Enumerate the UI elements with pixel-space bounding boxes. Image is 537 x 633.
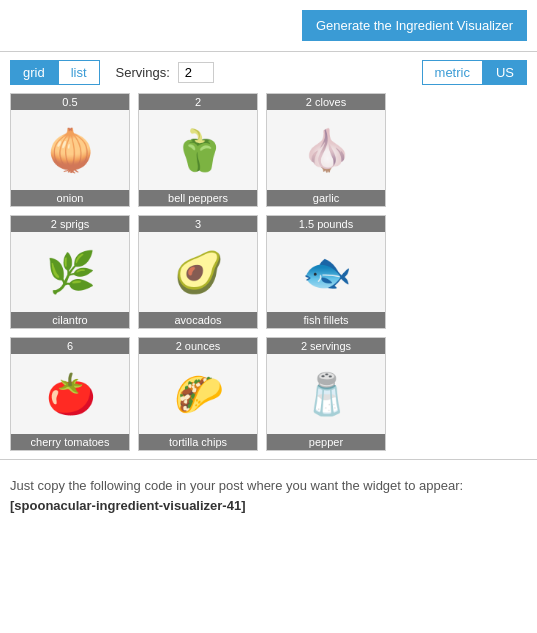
main-content: grid list Servings: metric US 0.5🧅onion2… [0,52,537,460]
ingredient-name: garlic [267,190,385,206]
ingredient-name: fish fillets [267,312,385,328]
ingredient-card: 2 cloves🧄garlic [266,93,386,207]
ingredient-image: 🧂 [267,354,386,434]
ingredient-image: 🐟 [267,232,386,312]
servings-label: Servings: [116,65,170,80]
ingredient-amount: 2 [139,94,257,110]
ingredient-card: 2 sprigs🌿cilantro [10,215,130,329]
ingredient-name: avocados [139,312,257,328]
ingredient-name: cilantro [11,312,129,328]
ingredient-image: 🧄 [267,110,386,190]
ingredient-card: 2 servings🧂pepper [266,337,386,451]
top-bar: Generate the Ingredient Visualizer [0,0,537,52]
ingredient-card: 0.5🧅onion [10,93,130,207]
ingredient-image: 🥑 [139,232,258,312]
info-code: [spoonacular-ingredient-visualizer-41] [10,498,246,513]
unit-toggle: metric US [422,60,527,85]
ingredient-image: 🌮 [139,354,258,434]
ingredient-name: tortilla chips [139,434,257,450]
info-text-before: Just copy the following code in your pos… [10,478,463,493]
ingredient-amount: 2 ounces [139,338,257,354]
metric-btn[interactable]: metric [422,60,483,85]
list-view-btn[interactable]: list [58,60,100,85]
ingredient-name: cherry tomatoes [11,434,129,450]
ingredient-name: bell peppers [139,190,257,206]
ingredient-name: onion [11,190,129,206]
ingredient-card: 1.5 pounds🐟fish fillets [266,215,386,329]
scrollable-area[interactable]: 0.5🧅onion2🫑bell peppers2 cloves🧄garlic2 … [10,93,527,451]
ingredient-image: 🫑 [139,110,258,190]
grid-view-btn[interactable]: grid [10,60,58,85]
ingredient-grid: 0.5🧅onion2🫑bell peppers2 cloves🧄garlic2 … [10,93,525,451]
ingredient-card: 2🫑bell peppers [138,93,258,207]
ingredient-amount: 3 [139,216,257,232]
ingredient-image: 🍅 [11,354,130,434]
controls-bar: grid list Servings: metric US [10,60,527,85]
view-toggle: grid list [10,60,100,85]
ingredient-amount: 2 sprigs [11,216,129,232]
ingredient-amount: 0.5 [11,94,129,110]
info-section: Just copy the following code in your pos… [0,460,537,525]
generate-btn[interactable]: Generate the Ingredient Visualizer [302,10,527,41]
ingredient-name: pepper [267,434,385,450]
ingredient-card: 3🥑avocados [138,215,258,329]
ingredient-amount: 6 [11,338,129,354]
ingredient-amount: 2 cloves [267,94,385,110]
ingredient-amount: 1.5 pounds [267,216,385,232]
us-btn[interactable]: US [483,60,527,85]
ingredient-image: 🧅 [11,110,130,190]
ingredient-card: 6🍅cherry tomatoes [10,337,130,451]
servings-input[interactable] [178,62,214,83]
ingredient-image: 🌿 [11,232,130,312]
ingredient-amount: 2 servings [267,338,385,354]
ingredient-card: 2 ounces🌮tortilla chips [138,337,258,451]
